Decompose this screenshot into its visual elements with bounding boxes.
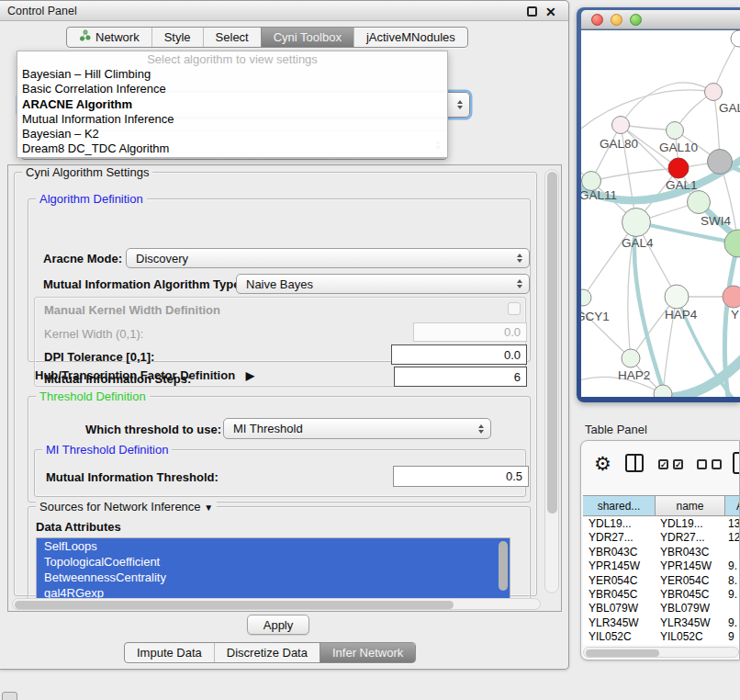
mac-close-icon[interactable] [591,14,603,26]
tab-label: jActiveMNodules [366,28,455,47]
chevron-down-icon: ▼ [204,502,213,513]
which-threshold-combo[interactable]: MI Threshold [223,418,491,439]
tab-impute-data[interactable]: Impute Data [125,643,214,662]
list-scrollbar-thumb[interactable] [499,541,508,591]
node[interactable] [731,30,740,47]
float-window-icon[interactable] [527,6,537,17]
tab-discretize-data[interactable]: Discretize Data [214,643,320,662]
node-gal-clipped[interactable] [705,84,723,101]
node-label: GAL4 [622,236,654,250]
dpi-tolerance-value: 0.0 [504,348,521,362]
tab-cyni-toolbox[interactable]: Cyni Toolbox [261,28,353,47]
network-canvas[interactable]: GAL GAL80 GAL10 GAL1 GAL11 SWI4 GAL4 GCY… [581,30,740,397]
node-label: Y [731,308,739,322]
list-item[interactable]: SelfLoops [37,538,510,554]
split-columns-icon[interactable] [625,454,644,472]
node-y-clipped[interactable] [723,286,740,308]
mac-minimize-icon[interactable] [611,14,622,26]
node-gcy1[interactable] [581,289,591,306]
vertical-scrollbar[interactable] [544,169,559,593]
tab-label: Discretize Data [227,643,308,662]
dpi-tolerance-label: DPI Tolerance [0,1]: [44,350,154,364]
apply-button-label: Apply [263,618,294,632]
menu-item-dream8[interactable]: Dream8 DC_TDC Algorithm [17,141,447,156]
combo-stepper-icon [517,279,522,288]
chevron-right-icon: ▶ [246,369,254,382]
list-item[interactable]: BetweennessCentrality [37,570,510,585]
group-title: MI Threshold Definition [42,443,172,457]
kernel-width-value: 0.0 [504,325,521,339]
mi-type-combo[interactable]: Naive Bayes [236,274,530,294]
group-title: Threshold Definition [36,390,150,403]
table-horizontal-scrollbar-thumb[interactable] [586,649,659,657]
settings-scrollpane: Cyni Algorithm Settings Algorithm Defini… [7,164,562,612]
gear-icon[interactable]: ⚙ [594,454,611,473]
network-labels: GAL GAL80 GAL10 GAL1 GAL11 SWI4 GAL4 GCY… [581,101,740,382]
mac-zoom-icon[interactable] [630,14,642,26]
node-label: SWI4 [701,214,731,228]
combo-stepper-icon [478,424,484,434]
node-label: HAP4 [665,308,698,322]
tab-select[interactable]: Select [203,28,261,47]
tab-style[interactable]: Style [151,28,203,47]
control-panel-tabs: Network Style Select Cyni Toolbox jActiv… [66,27,468,48]
tab-jactivemnodules[interactable]: jActiveMNodules [353,28,467,47]
network-window-titlebar[interactable] [581,10,740,29]
data-attributes-list[interactable]: SelfLoops TopologicalCoefficient Between… [36,537,510,599]
horizontal-scrollbar-thumb[interactable] [15,601,454,609]
list-item[interactable]: gal4RGexp [37,585,510,599]
unchecked-checkbox-icon[interactable] [712,459,722,469]
table-body: YDL19...YDL19...13 YDR27...YDR27...12 YB… [583,517,740,645]
table-horizontal-scrollbar[interactable] [583,647,739,658]
mi-threshold-label: Mutual Information Threshold: [46,470,219,484]
combo-stepper-icon [457,100,463,109]
table-header: shared... name A [583,495,740,516]
tab-infer-network[interactable]: Infer Network [320,643,415,662]
checked-checkbox-icon[interactable]: ✓ [658,459,668,469]
node-gal4[interactable] [622,209,651,237]
node-green-right[interactable] [724,230,740,257]
apply-button[interactable]: Apply [247,615,309,635]
column-header-shared[interactable]: shared... [583,495,656,516]
dpi-tolerance-field[interactable]: 0.0 [391,344,527,365]
vertical-scrollbar-thumb[interactable] [547,172,557,514]
menu-item-bayesian-hill-climbing[interactable]: Bayesian – Hill Climbing [17,67,447,82]
document-icon[interactable] [733,452,740,474]
column-header-clipped[interactable]: A [725,495,740,516]
unchecked-checkbox-icon[interactable] [697,459,707,469]
checked-checkbox-icon[interactable]: ✓ [673,459,683,469]
manual-kernel-label: Manual Kernel Width Definition [44,303,220,317]
column-header-name[interactable]: name [656,495,725,516]
menu-item-aracne[interactable]: ARACNE Algorithm [17,97,447,112]
node-label: GAL1 [666,178,698,192]
node-gal10[interactable] [667,122,684,140]
horizontal-scrollbar[interactable] [12,598,541,610]
sources-toggle[interactable]: Sources for Network Inference ▼ [36,500,217,514]
which-threshold-value: MI Threshold [233,422,303,435]
menu-item-mutual-information[interactable]: Mutual Information Inference [17,112,447,127]
close-icon[interactable]: ✕ [545,3,556,21]
mi-type-label: Mutual Information Algorithm Type: [43,277,244,291]
menu-item-basic-correlation[interactable]: Basic Correlation Inference [17,82,447,96]
mi-steps-field[interactable]: 6 [394,367,527,387]
node-hap2[interactable] [622,349,640,367]
aracne-mode-combo[interactable]: Discovery [126,248,530,268]
minimized-panel-button[interactable] [2,692,17,700]
tab-network[interactable]: Network [67,28,151,47]
network-icon [79,28,91,47]
tab-label: Infer Network [332,643,403,662]
node-hap4[interactable] [665,285,689,309]
mi-threshold-field[interactable]: 0.5 [393,466,529,487]
node-gray[interactable] [708,150,733,175]
node-gal80[interactable] [612,117,630,134]
kernel-width-field: 0.0 [413,322,527,342]
menu-item-bayesian-k2[interactable]: Bayesian – K2 [17,127,447,141]
control-panel-titlebar[interactable]: Control Panel ✕ [0,1,568,21]
node-gal1[interactable] [668,158,689,178]
hub-definition-toggle[interactable]: Hub/Transcription Factor Definition ▶ [35,368,254,382]
node-swi4[interactable] [688,191,711,214]
cyni-settings-group: Cyni Algorithm Settings Algorithm Defini… [14,172,537,596]
node-label: GAL11 [581,188,617,202]
aracne-mode-value: Discovery [136,252,188,265]
list-item[interactable]: TopologicalCoefficient [37,554,510,570]
